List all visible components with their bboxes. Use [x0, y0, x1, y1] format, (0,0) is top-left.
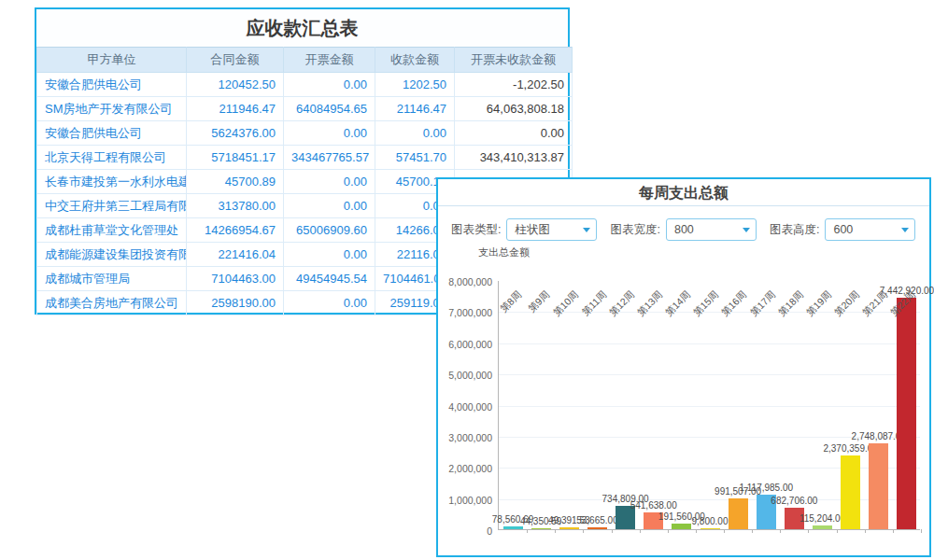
table-row: 北京天得工程有限公司5718451.17343467765.5757451.70…: [37, 146, 573, 170]
x-axis-tick-mark: [780, 529, 781, 533]
chevron-down-icon: [901, 228, 909, 232]
x-axis-tick-mark: [583, 529, 584, 533]
bar-第15周[interactable]: [700, 528, 720, 529]
table-cell: 120452.50: [187, 73, 284, 97]
x-axis-tick-label: 第10周: [550, 288, 581, 319]
x-axis-tick-mark: [724, 529, 725, 533]
x-axis-tick-mark: [865, 529, 866, 533]
weekly-expense-panel: 每周支出总额 图表类型: 柱状图 图表宽度: 800 图表高度: 600 支出总…: [436, 177, 931, 557]
bar-第22周[interactable]: [897, 298, 916, 529]
bar-value-label: 53,665.00: [576, 515, 618, 525]
y-axis-tick: 5,000,000: [438, 370, 492, 381]
table-cell: 成都美合房地产有限公司: [37, 291, 187, 315]
table-header-row: 甲方单位 合同金额 开票金额 收款金额 开票未收款金额: [37, 48, 573, 73]
table-cell: 21146.47: [375, 97, 455, 121]
bar-chart: 支出总金额 8,000,0007,000,0006,000,0005,000,0…: [438, 245, 929, 555]
gridline: [499, 406, 920, 407]
x-axis-tick-mark: [555, 529, 556, 533]
table-cell: 成都杜甫草堂文化管理处: [37, 218, 187, 243]
table-cell: 221416.04: [187, 243, 284, 267]
chart-type-label: 图表类型:: [451, 222, 501, 238]
bar-第8周[interactable]: [503, 526, 523, 529]
bar-value-label: 9,800.00: [692, 516, 729, 526]
col-header-received-amount: 收款金额: [375, 48, 455, 73]
x-axis-tick-mark: [612, 529, 613, 533]
table-cell: 14266954.67: [187, 218, 284, 243]
x-axis-tick-label: 第15周: [691, 288, 722, 319]
x-axis-tick-mark: [640, 529, 641, 533]
table-cell: 安徽合肥供电公司: [37, 73, 187, 97]
x-axis-tick-label: 第11周: [579, 288, 609, 318]
table-cell: 0.00: [455, 121, 573, 146]
bar-第9周[interactable]: [531, 528, 551, 529]
col-header-invoiced-unpaid-amount: 开票未收款金额: [455, 48, 573, 73]
y-axis-tick: 8,000,000: [438, 276, 492, 287]
table-cell: 313780.00: [187, 194, 284, 218]
table-row: SM房地产开发有限公司211946.4764084954.6521146.476…: [37, 97, 573, 121]
x-axis-tick-mark: [527, 529, 528, 533]
x-axis-tick-mark: [808, 529, 809, 533]
x-axis-tick-mark: [837, 529, 838, 533]
gridline: [499, 374, 920, 375]
table-row: 安徽合肥供电公司120452.500.001202.50-1,202.50: [37, 73, 573, 97]
chevron-down-icon: [743, 228, 750, 232]
table-cell: 5624376.00: [187, 121, 284, 146]
bar-第21周[interactable]: [869, 443, 888, 529]
table-cell: SM房地产开发有限公司: [37, 97, 187, 121]
chart-height-label: 图表高度:: [770, 222, 819, 238]
table-cell: 0.00: [375, 121, 455, 146]
chart-type-control: 图表类型: 柱状图: [451, 218, 597, 241]
chart-panel-title: 每周支出总额: [438, 179, 929, 206]
y-axis-tick: 4,000,000: [438, 401, 492, 413]
table-cell: 211946.47: [187, 97, 284, 121]
table-cell: 安徽合肥供电公司: [37, 121, 187, 146]
table-cell: 0.00: [284, 194, 375, 218]
chart-height-select[interactable]: 600: [825, 218, 915, 241]
table-cell: 长春市建投第一水利水电建设: [37, 170, 187, 194]
chart-type-select[interactable]: 柱状图: [506, 218, 597, 241]
x-axis-tick-label: 第20周: [832, 288, 863, 319]
bar-value-label: 541,638.00: [630, 500, 677, 511]
x-axis-tick-label: 第14周: [663, 288, 694, 319]
table-cell: 343,410,313.87: [455, 146, 573, 170]
x-axis-tick-mark: [752, 529, 753, 533]
chart-width-select[interactable]: 800: [666, 218, 757, 241]
table-cell: 64084954.65: [284, 97, 375, 121]
gridline: [499, 343, 920, 344]
table-cell: -1,202.50: [455, 73, 573, 97]
chart-width-control: 图表宽度: 800: [610, 218, 756, 241]
chevron-down-icon: [583, 228, 590, 232]
table-cell: 5718451.17: [187, 146, 284, 170]
bar-第19周[interactable]: [813, 525, 832, 529]
bar-第10周[interactable]: [559, 527, 579, 529]
table-cell: 中交王府井第三工程局有限公: [37, 194, 187, 218]
table-cell: 7104463.00: [187, 267, 284, 291]
table-cell: 0.00: [284, 170, 375, 194]
x-axis-tick-label: 第18周: [775, 288, 806, 319]
x-axis-tick-label: 第16周: [719, 288, 750, 319]
table-cell: 65006909.60: [284, 218, 375, 243]
col-header-contract-amount: 合同金额: [187, 48, 284, 73]
bar-value-label: 115,204.00: [800, 513, 845, 524]
bar-第16周[interactable]: [729, 498, 748, 529]
y-axis-tick: 6,000,000: [438, 339, 492, 350]
table-cell: 0.00: [284, 291, 375, 315]
table-cell: 北京天得工程有限公司: [37, 146, 187, 170]
table-cell: 2598190.00: [187, 291, 284, 315]
y-axis-tick: 7,000,000: [438, 307, 492, 318]
chart-height-control: 图表高度: 600: [770, 218, 915, 241]
chart-width-label: 图表宽度:: [610, 222, 659, 238]
bar-第11周[interactable]: [587, 527, 607, 529]
table-cell: 45700.89: [187, 170, 284, 194]
table-cell: 64,063,808.18: [455, 97, 573, 121]
bar-第14周[interactable]: [672, 524, 691, 529]
x-axis-tick-mark: [668, 529, 669, 533]
table-cell: 成都城市管理局: [37, 267, 187, 291]
bar-第20周[interactable]: [841, 455, 860, 529]
y-axis-tick: 3,000,000: [438, 432, 492, 443]
table-cell: 0.00: [284, 121, 375, 146]
col-header-invoiced-amount: 开票金额: [284, 48, 375, 73]
y-axis-tick: 2,000,000: [438, 463, 492, 474]
table-cell: 343467765.57: [284, 146, 375, 170]
x-axis-tick-label: 第17周: [747, 288, 778, 319]
